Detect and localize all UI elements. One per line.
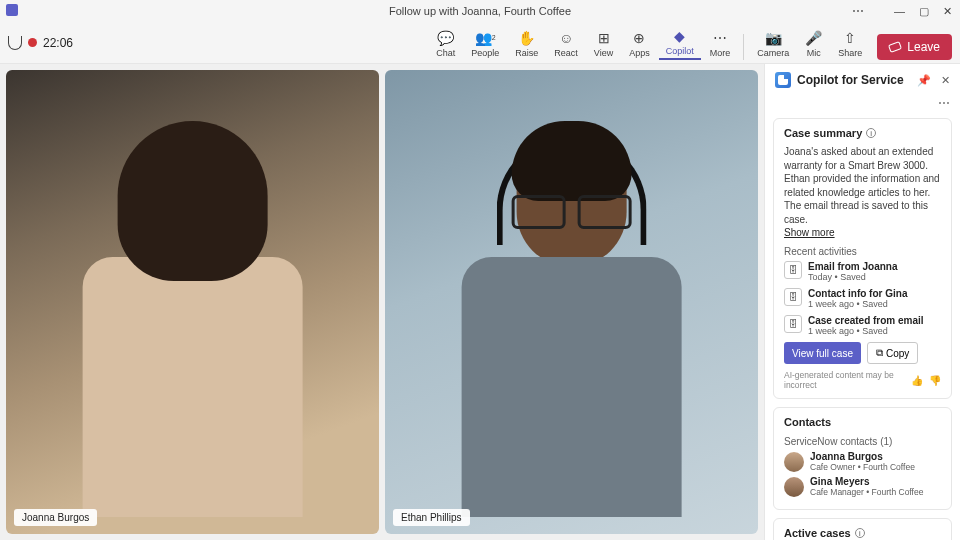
- briefcase-icon: 🗄: [784, 315, 802, 333]
- minimize-button[interactable]: ―: [890, 5, 909, 17]
- apps-button[interactable]: ⊕Apps: [622, 28, 657, 60]
- video-grid: Joanna Burgos Ethan Phillips: [0, 64, 764, 540]
- show-more-link[interactable]: Show more: [784, 227, 835, 238]
- contacts-subheading: ServiceNow contacts (1): [784, 436, 941, 447]
- activity-item[interactable]: 🗄Contact info for Gina1 week ago • Saved: [784, 288, 941, 309]
- grid-icon: ⊞: [596, 30, 612, 46]
- chat-icon: 💬: [438, 30, 454, 46]
- apps-icon: ⊕: [631, 30, 647, 46]
- recent-activities-heading: Recent activities: [784, 246, 941, 257]
- active-cases-heading: Active casesi: [784, 527, 941, 539]
- participant-name: Joanna Burgos: [14, 509, 97, 526]
- briefcase-icon: 🗄: [784, 261, 802, 279]
- recording-icon: [28, 38, 37, 47]
- view-full-case-button[interactable]: View full case: [784, 342, 861, 364]
- hand-icon: ✋: [519, 30, 535, 46]
- copy-button[interactable]: ⧉Copy: [867, 342, 918, 364]
- panel-title: Copilot for Service: [797, 73, 907, 87]
- raise-button[interactable]: ✋Raise: [508, 28, 545, 60]
- contact-item[interactable]: Joanna BurgosCafe Owner • Fourth Coffee: [784, 451, 941, 472]
- hangup-icon: [888, 41, 902, 53]
- mic-button[interactable]: 🎤Mic: [798, 28, 829, 60]
- ai-disclaimer: AI-generated content may be incorrect: [784, 370, 899, 390]
- case-summary-card: Case summaryi Joana's asked about an ext…: [773, 118, 952, 399]
- contacts-card: Contacts ServiceNow contacts (1) Joanna …: [773, 407, 952, 510]
- video-tile-ethan[interactable]: Ethan Phillips: [385, 70, 758, 534]
- avatar: [784, 452, 804, 472]
- people-button[interactable]: 👥2People: [464, 28, 506, 60]
- leave-button[interactable]: Leave: [877, 34, 952, 60]
- active-cases-card: Active casesi 🗄Issue with Smart Brew 300…: [773, 518, 952, 540]
- react-button[interactable]: ☺React: [547, 28, 585, 60]
- separator: [743, 34, 744, 60]
- copilot-logo-icon: [775, 72, 791, 88]
- title-bar: Follow up with Joanna, Fourth Coffee ⋯ ―…: [0, 0, 960, 22]
- camera-icon: 📷: [765, 30, 782, 46]
- pin-icon[interactable]: 📌: [917, 74, 931, 87]
- window-title: Follow up with Joanna, Fourth Coffee: [389, 5, 571, 17]
- panel-more-icon[interactable]: ⋯: [765, 96, 960, 114]
- shield-icon: [8, 36, 22, 50]
- maximize-button[interactable]: ▢: [915, 5, 933, 18]
- chat-button[interactable]: 💬Chat: [429, 28, 462, 60]
- contacts-heading: Contacts: [784, 416, 941, 428]
- contact-item[interactable]: Gina MeyersCafe Manager • Fourth Coffee: [784, 476, 941, 497]
- copilot-button[interactable]: ◆Copilot: [659, 26, 701, 60]
- info-icon[interactable]: i: [866, 128, 876, 138]
- overflow-icon[interactable]: ⋯: [852, 0, 864, 22]
- info-icon[interactable]: i: [855, 528, 865, 538]
- thumbs-up-icon[interactable]: 👍: [911, 375, 923, 386]
- camera-button[interactable]: 📷Camera: [750, 28, 796, 60]
- activity-item[interactable]: 🗄Email from JoannaToday • Saved: [784, 261, 941, 282]
- more-icon: ⋯: [712, 30, 728, 46]
- smile-icon: ☺: [558, 30, 574, 46]
- copy-icon: ⧉: [876, 347, 883, 359]
- close-panel-icon[interactable]: ✕: [941, 74, 950, 87]
- meeting-toolbar: 22:06 💬Chat 👥2People ✋Raise ☺React ⊞View…: [0, 22, 960, 64]
- meeting-timer: 22:06: [43, 36, 73, 50]
- close-button[interactable]: ✕: [939, 5, 956, 18]
- activity-item[interactable]: 🗄Case created from email1 week ago • Sav…: [784, 315, 941, 336]
- copilot-panel: Copilot for Service 📌 ✕ ⋯ Case summaryi …: [764, 64, 960, 540]
- case-summary-text: Joana's asked about an extended warranty…: [784, 145, 941, 226]
- people-icon: 👥2: [477, 30, 493, 46]
- share-button[interactable]: ⇧Share: [831, 28, 869, 60]
- avatar: [784, 477, 804, 497]
- view-button[interactable]: ⊞View: [587, 28, 620, 60]
- app-icon: [6, 4, 18, 16]
- briefcase-icon: 🗄: [784, 288, 802, 306]
- thumbs-down-icon[interactable]: 👎: [929, 375, 941, 386]
- case-summary-heading: Case summaryi: [784, 127, 941, 139]
- participant-name: Ethan Phillips: [393, 509, 470, 526]
- copilot-icon: ◆: [672, 28, 688, 44]
- mic-icon: 🎤: [805, 30, 822, 46]
- more-button[interactable]: ⋯More: [703, 28, 738, 60]
- video-tile-joanna[interactable]: Joanna Burgos: [6, 70, 379, 534]
- share-icon: ⇧: [844, 30, 856, 46]
